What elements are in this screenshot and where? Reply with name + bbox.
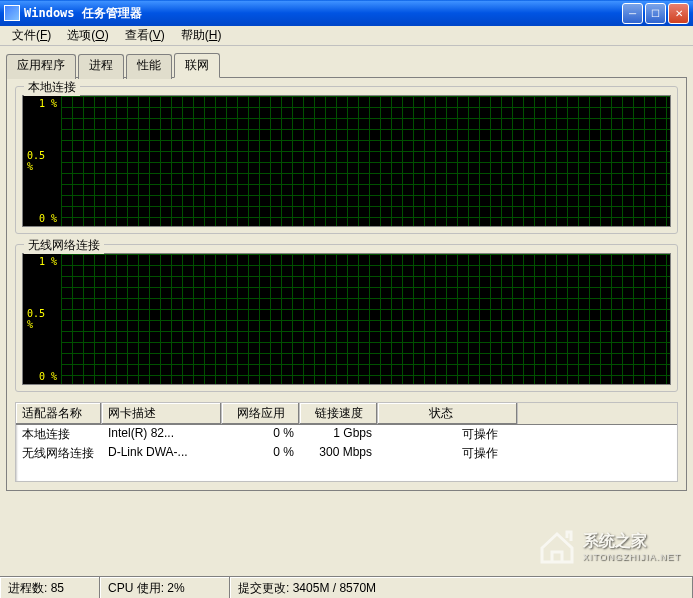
menu-file[interactable]: 文件(F) xyxy=(4,25,59,46)
tab-strip: 应用程序 进程 性能 联网 xyxy=(6,52,687,77)
scale-tick: 0.5 % xyxy=(27,308,57,330)
scale-tick: 0.5 % xyxy=(27,150,57,172)
tab-applications[interactable]: 应用程序 xyxy=(6,54,76,79)
tab-panel-networking: 本地连接 1 % 0.5 % 0 % 无线网络连接 1 % 0.5 % 0 % xyxy=(6,77,687,491)
cell-desc: Intel(R) 82... xyxy=(102,425,222,444)
graph-canvas-wireless xyxy=(61,254,670,384)
group-label-wireless: 无线网络连接 xyxy=(24,237,104,254)
watermark-subtext: XITONGZHIJIA.NET xyxy=(583,552,681,562)
th-adapter-desc[interactable]: 网卡描述 xyxy=(102,403,222,424)
graph-canvas-local xyxy=(61,96,670,226)
table-body: 本地连接 Intel(R) 82... 0 % 1 Gbps 可操作 无线网络连… xyxy=(16,425,677,463)
graph-local: 1 % 0.5 % 0 % xyxy=(22,95,671,227)
cell-usage: 0 % xyxy=(222,425,300,444)
menu-view[interactable]: 查看(V) xyxy=(117,25,173,46)
adapter-table: 适配器名称 网卡描述 网络应用 链接速度 状态 本地连接 Intel(R) 82… xyxy=(15,402,678,482)
close-button[interactable]: ✕ xyxy=(668,3,689,24)
menu-options[interactable]: 选项(O) xyxy=(59,25,116,46)
th-link-speed[interactable]: 链接速度 xyxy=(300,403,378,424)
tab-networking[interactable]: 联网 xyxy=(174,53,220,78)
cell-status: 可操作 xyxy=(378,444,518,463)
status-commit: 提交更改: 3405M / 8570M xyxy=(230,577,693,598)
cell-speed: 1 Gbps xyxy=(300,425,378,444)
tab-processes[interactable]: 进程 xyxy=(78,54,124,79)
graph-scale-local: 1 % 0.5 % 0 % xyxy=(23,96,61,226)
statusbar: 进程数: 85 CPU 使用: 2% 提交更改: 3405M / 8570M xyxy=(0,576,693,598)
menubar: 文件(F) 选项(O) 查看(V) 帮助(H) xyxy=(0,26,693,46)
th-adapter-name[interactable]: 适配器名称 xyxy=(16,403,102,424)
scale-tick: 0 % xyxy=(39,213,57,224)
menu-help[interactable]: 帮助(H) xyxy=(173,25,230,46)
group-local-connection: 本地连接 1 % 0.5 % 0 % xyxy=(15,86,678,234)
tab-performance[interactable]: 性能 xyxy=(126,54,172,79)
cell-name: 无线网络连接 xyxy=(16,444,102,463)
window-title: Windows 任务管理器 xyxy=(24,5,622,22)
scale-tick: 0 % xyxy=(39,371,57,382)
table-header: 适配器名称 网卡描述 网络应用 链接速度 状态 xyxy=(16,403,677,425)
th-status[interactable]: 状态 xyxy=(378,403,518,424)
graph-scale-wireless: 1 % 0.5 % 0 % xyxy=(23,254,61,384)
cell-speed: 300 Mbps xyxy=(300,444,378,463)
maximize-button[interactable]: ☐ xyxy=(645,3,666,24)
titlebar: Windows 任务管理器 ─ ☐ ✕ xyxy=(0,0,693,26)
group-label-local: 本地连接 xyxy=(24,79,80,96)
cell-desc: D-Link DWA-... xyxy=(102,444,222,463)
scale-tick: 1 % xyxy=(39,98,57,109)
th-network-usage[interactable]: 网络应用 xyxy=(222,403,300,424)
watermark: 系统之家 XITONGZHIJIA.NET xyxy=(537,526,681,566)
scale-tick: 1 % xyxy=(39,256,57,267)
status-processes: 进程数: 85 xyxy=(0,577,100,598)
status-cpu: CPU 使用: 2% xyxy=(100,577,230,598)
minimize-button[interactable]: ─ xyxy=(622,3,643,24)
cell-name: 本地连接 xyxy=(16,425,102,444)
house-icon xyxy=(537,526,577,566)
watermark-text: 系统之家 xyxy=(583,531,681,552)
cell-status: 可操作 xyxy=(378,425,518,444)
table-row[interactable]: 无线网络连接 D-Link DWA-... 0 % 300 Mbps 可操作 xyxy=(16,444,677,463)
client-area: 应用程序 进程 性能 联网 本地连接 1 % 0.5 % 0 % 无线网络连接 … xyxy=(0,46,693,497)
table-row[interactable]: 本地连接 Intel(R) 82... 0 % 1 Gbps 可操作 xyxy=(16,425,677,444)
group-wireless-connection: 无线网络连接 1 % 0.5 % 0 % xyxy=(15,244,678,392)
app-icon xyxy=(4,5,20,21)
window-controls: ─ ☐ ✕ xyxy=(622,3,689,24)
graph-wireless: 1 % 0.5 % 0 % xyxy=(22,253,671,385)
cell-usage: 0 % xyxy=(222,444,300,463)
